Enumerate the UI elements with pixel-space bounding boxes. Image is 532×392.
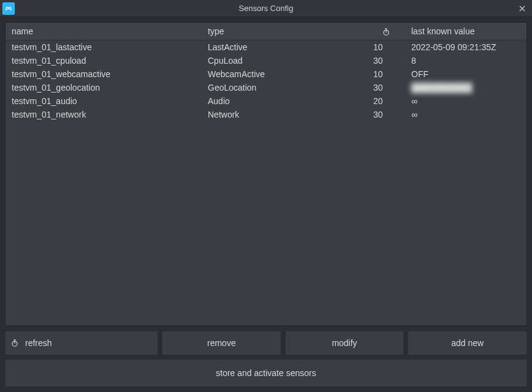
table-row[interactable]: testvm_01_webcamactiveWebcamActive10OFF — [6, 67, 526, 81]
cell-name: testvm_01_geolocation — [6, 81, 202, 94]
sensors-table: name type last known value testvm_01_las… — [6, 23, 526, 121]
col-header-interval[interactable] — [367, 23, 405, 40]
cell-name: testvm_01_audio — [6, 94, 202, 108]
modify-button[interactable]: modify — [285, 331, 405, 355]
bottom-toolbar: refresh remove modify add new store and … — [0, 331, 532, 392]
close-button[interactable] — [512, 0, 532, 17]
sensors-table-container: name type last known value testvm_01_las… — [5, 22, 527, 326]
store-activate-button[interactable]: store and activate sensors — [5, 359, 527, 387]
app-icon — [2, 2, 15, 15]
cell-interval: 10 — [367, 67, 405, 81]
remove-button[interactable]: remove — [162, 331, 281, 355]
table-row[interactable]: testvm_01_lastactiveLastActive102022-05-… — [6, 40, 526, 55]
table-row[interactable]: testvm_01_networkNetwork30∞ — [6, 108, 526, 121]
svg-point-1 — [9, 7, 11, 9]
cell-type: Network — [202, 108, 367, 121]
table-row[interactable]: testvm_01_audioAudio20∞ — [6, 94, 526, 108]
refresh-button[interactable]: refresh — [5, 331, 158, 355]
cell-value: ██████████ — [405, 81, 526, 94]
cell-interval: 20 — [367, 94, 405, 108]
cell-name: testvm_01_lastactive — [6, 40, 202, 55]
col-header-type[interactable]: type — [202, 23, 367, 40]
cell-value: OFF — [405, 67, 526, 81]
cell-type: GeoLocation — [202, 81, 367, 94]
cell-interval: 10 — [367, 40, 405, 55]
add-new-label: add new — [451, 338, 484, 348]
store-label: store and activate sensors — [216, 368, 316, 378]
table-row[interactable]: testvm_01_cpuloadCpuLoad308 — [6, 54, 526, 67]
cell-value: ∞ — [405, 94, 526, 108]
svg-point-0 — [6, 7, 8, 9]
remove-label: remove — [207, 338, 236, 348]
modify-label: modify — [332, 338, 357, 348]
stopwatch-icon — [10, 339, 19, 347]
col-header-name[interactable]: name — [6, 23, 202, 40]
titlebar: Sensors Config — [0, 0, 532, 17]
stopwatch-icon — [382, 26, 390, 36]
cell-name: testvm_01_cpuload — [6, 54, 202, 67]
close-icon — [519, 6, 525, 12]
cell-value: 8 — [405, 54, 526, 67]
cell-interval: 30 — [367, 54, 405, 67]
col-header-last-value[interactable]: last known value — [405, 23, 526, 40]
cell-type: WebcamActive — [202, 67, 367, 81]
cell-name: testvm_01_network — [6, 108, 202, 121]
cell-type: LastActive — [202, 40, 367, 55]
cell-interval: 30 — [367, 81, 405, 94]
cell-type: CpuLoad — [202, 54, 367, 67]
table-row[interactable]: testvm_01_geolocationGeoLocation30██████… — [6, 81, 526, 94]
add-new-button[interactable]: add new — [408, 331, 527, 355]
cell-type: Audio — [202, 94, 367, 108]
refresh-label: refresh — [25, 338, 52, 348]
cell-name: testvm_01_webcamactive — [6, 67, 202, 81]
table-header-row: name type last known value — [6, 23, 526, 40]
cell-interval: 30 — [367, 108, 405, 121]
window-title: Sensors Config — [0, 4, 532, 13]
cell-value: ∞ — [405, 108, 526, 121]
cell-value: 2022-05-09 09:21:35Z — [405, 40, 526, 55]
